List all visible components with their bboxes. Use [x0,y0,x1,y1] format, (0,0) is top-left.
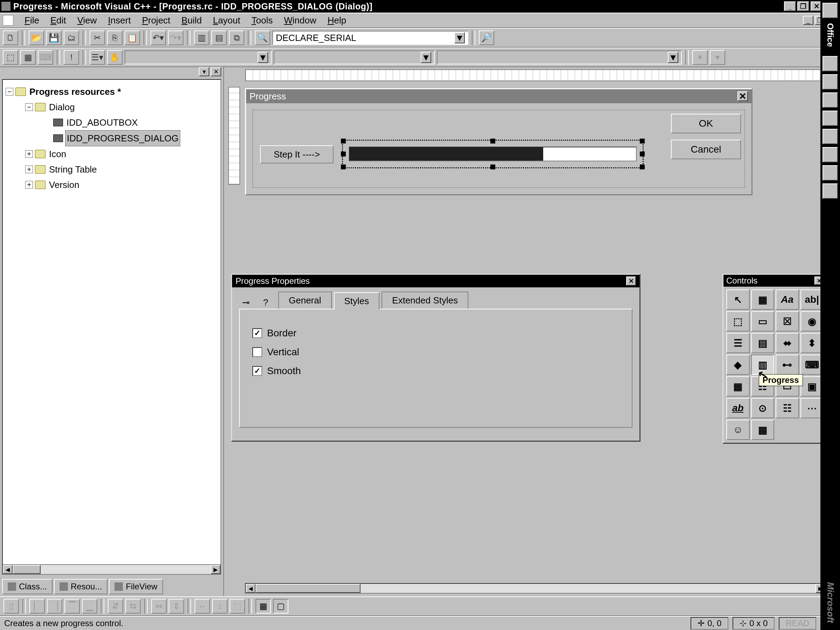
copy-button[interactable]: ⎘ [107,30,123,45]
tab-resourceview[interactable]: Resou... [54,579,107,594]
office-button-5[interactable] [823,111,838,126]
designed-dialog-body[interactable]: Step It ----> OK Cancel [246,103,752,194]
tool-list-control[interactable]: ▦ [726,376,750,396]
menu-edit[interactable]: Edit [45,14,72,27]
tool-hscrollbar[interactable]: ⬌ [775,333,799,353]
dropdown-arrow-icon[interactable]: ▼ [257,52,268,63]
expand-icon[interactable]: + [25,181,33,189]
tab-extended-styles[interactable]: Extended Styles [382,292,468,309]
resize-handle-w[interactable] [341,152,346,156]
office-button-2[interactable] [823,56,838,71]
menu-layout[interactable]: Layout [207,14,246,27]
scroll-left-button[interactable]: ◂ [246,584,256,593]
save-all-button[interactable]: 🗂 [64,30,79,45]
ok-button[interactable]: OK [671,114,741,133]
tree-root[interactable]: − Progress resources * [6,84,218,99]
scroll-thumb[interactable] [256,584,360,593]
space-down-button[interactable]: ⇕ [169,599,184,614]
exclaim-button[interactable]: ! [64,50,79,65]
office-shortcut-bar[interactable]: Office Microsoft [820,0,840,630]
test-dialog-button[interactable]: ▯ [3,599,19,614]
list-button[interactable]: ☰▾ [90,50,105,65]
resize-handle-se[interactable] [640,164,645,169]
tool-progress[interactable]: ▥ ↖ Progress [751,355,775,375]
scroll-right-button[interactable]: ▸ [211,565,221,574]
office-button-1[interactable] [823,3,838,18]
tool-spin[interactable]: ◆ [726,355,750,375]
keyboard-button[interactable]: ⌨ [38,50,53,65]
same-size-button[interactable]: ⬚ [230,599,245,614]
space-across-button[interactable]: ⇔ [151,599,167,614]
tab-styles[interactable]: Styles [334,292,380,309]
save-button[interactable]: 💾 [46,30,62,45]
center-horizontal-button[interactable]: ⇆ [125,599,141,614]
tree-progress-dialog[interactable]: IDD_PROGRESS_DIALOG [6,130,218,146]
tool-custom[interactable]: ☺ [726,420,750,440]
tool-rich-edit[interactable]: ab [726,398,750,418]
resize-handle-nw[interactable] [341,139,346,144]
resize-handle-ne[interactable] [640,139,645,144]
scroll-track[interactable] [41,565,211,574]
undo-button[interactable]: ↶▾ [150,30,166,45]
tool-combo-box[interactable]: ☰ [726,333,750,353]
expand-icon[interactable]: + [25,150,33,158]
resize-handle-s[interactable] [490,164,495,169]
designed-dialog-titlebar[interactable]: Progress ✕ [246,89,752,103]
office-button-6[interactable] [823,129,838,144]
align-bottom-button[interactable]: ▁ [82,599,97,614]
tool-date-time[interactable]: ⊙ [751,398,775,418]
check-smooth[interactable] [253,366,262,376]
dialog-editor[interactable]: Progress ✕ Step It ----> [224,67,840,597]
dropdown-arrow-icon[interactable]: ▼ [454,32,465,43]
toolbox-titlebar[interactable]: Controls ✕ [723,275,826,287]
resize-handle-e[interactable] [640,152,645,156]
cancel-button[interactable]: Cancel [671,140,741,159]
office-button-8[interactable] [823,165,838,181]
properties-window[interactable]: Progress Properties ✕ ⊸ ? General Styles… [231,274,641,442]
expand-icon[interactable]: + [25,166,33,173]
dropdown-arrow-icon[interactable]: ▼ [668,52,678,63]
menu-help[interactable]: Help [322,14,352,27]
tool-pointer[interactable]: ↖ [726,289,750,310]
scroll-left-button[interactable]: ◂ [3,565,13,574]
align-right-button[interactable]: ▕ [47,599,62,614]
window-list-button[interactable]: ⧉ [229,30,244,45]
check-border[interactable] [253,328,262,338]
check-vertical[interactable] [253,347,262,357]
find-in-files-button[interactable]: 🔍 [255,30,270,45]
collapse-icon[interactable]: − [25,103,33,111]
cut-button[interactable]: ✂ [90,30,105,45]
tab-classview[interactable]: Class... [2,579,52,594]
output-button[interactable]: ▤ [212,30,227,45]
workspace-button[interactable]: ▥ [194,30,209,45]
office-button-3[interactable] [823,74,838,90]
hand-button[interactable]: ✋ [107,50,123,65]
office-button-7[interactable] [823,147,838,163]
menu-file[interactable]: File [19,14,45,27]
center-vertical-button[interactable]: ⇵ [108,599,123,614]
properties-titlebar[interactable]: Progress Properties ✕ [232,275,639,287]
toggle-guides-button[interactable]: ▢ [273,599,288,614]
resize-handle-n[interactable] [490,139,495,144]
find-combo[interactable]: DECLARE_SERIAL ▼ [272,31,468,45]
menu-insert[interactable]: Insert [103,14,136,27]
designed-dialog-close-button[interactable]: ✕ [737,92,748,101]
tool-dd-button[interactable]: ▾ [710,50,725,65]
align-top-button[interactable]: ▔ [65,599,80,614]
progress-control[interactable] [344,142,641,166]
scroll-track[interactable] [360,584,815,593]
collapse-icon[interactable]: − [6,88,13,96]
tool-check-box[interactable]: ☒ [775,311,799,332]
tool-picture[interactable]: ▦ [751,289,775,310]
workspace-dropdown-button[interactable]: ▾ [199,67,209,76]
menu-project[interactable]: Project [136,14,176,27]
tool-static-text[interactable]: Aa [775,289,799,310]
mdi-minimize-button[interactable]: _ [803,16,813,25]
menu-tools[interactable]: Tools [246,14,278,27]
resource-tree[interactable]: − Progress resources * − Dialog IDD_ABOU… [3,80,221,197]
paste-button[interactable]: 📋 [125,30,140,45]
tree-dialog[interactable]: − Dialog [6,99,218,115]
member-combo[interactable]: ▼ [437,51,682,65]
tab-general[interactable]: General [278,292,332,309]
class-combo[interactable]: ▼ [125,51,272,65]
